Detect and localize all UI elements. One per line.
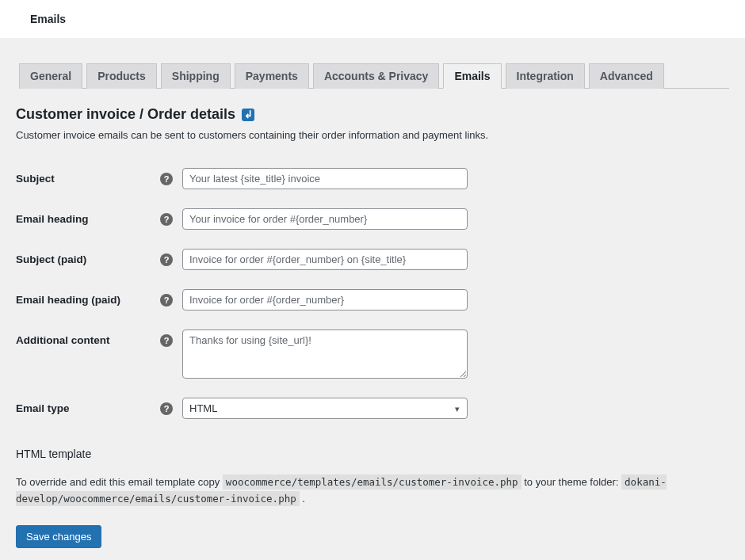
label-subject-paid-text: Subject (paid) bbox=[16, 253, 86, 265]
save-button[interactable]: Save changes bbox=[16, 525, 101, 548]
label-subject: Subject ? bbox=[16, 158, 182, 199]
main-wrap: General Products Shipping Payments Accou… bbox=[0, 38, 745, 560]
template-text-middle: to your theme folder: bbox=[524, 476, 621, 488]
settings-tabs: General Products Shipping Payments Accou… bbox=[19, 38, 729, 89]
subject-paid-input[interactable] bbox=[182, 249, 468, 270]
help-icon[interactable]: ? bbox=[160, 253, 173, 266]
page-description: Customer invoice emails can be sent to c… bbox=[16, 129, 729, 141]
label-email-heading: Email heading ? bbox=[16, 199, 182, 239]
page-title-text: Customer invoice / Order details bbox=[16, 106, 235, 123]
template-text-suffix: . bbox=[302, 493, 305, 505]
label-email-type: Email type ? bbox=[16, 388, 182, 429]
html-template-title: HTML template bbox=[16, 448, 729, 460]
help-icon[interactable]: ? bbox=[160, 334, 173, 347]
label-email-heading-text: Email heading bbox=[16, 213, 89, 225]
template-description: To override and edit this email template… bbox=[16, 474, 729, 508]
back-icon[interactable]: ↲ bbox=[242, 109, 254, 121]
help-icon[interactable]: ? bbox=[160, 402, 173, 415]
additional-content-textarea[interactable] bbox=[182, 330, 468, 379]
content: General Products Shipping Payments Accou… bbox=[0, 38, 745, 548]
email-type-select[interactable]: HTML bbox=[182, 398, 468, 419]
label-additional-content-text: Additional content bbox=[16, 334, 110, 346]
label-additional-content: Additional content ? bbox=[16, 320, 182, 388]
label-subject-text: Subject bbox=[16, 173, 55, 185]
tab-shipping[interactable]: Shipping bbox=[161, 63, 231, 89]
label-email-heading-paid-text: Email heading (paid) bbox=[16, 294, 120, 306]
tab-general[interactable]: General bbox=[19, 63, 82, 89]
form-table: Subject ? Email heading ? Subject (pai bbox=[16, 158, 729, 429]
help-icon[interactable]: ? bbox=[160, 213, 173, 226]
template-src-path: woocommerce/templates/emails/customer-in… bbox=[223, 474, 522, 490]
top-bar: Emails bbox=[0, 0, 745, 38]
help-icon[interactable]: ? bbox=[160, 173, 173, 185]
tab-payments[interactable]: Payments bbox=[235, 63, 309, 89]
tab-accounts-privacy[interactable]: Accounts & Privacy bbox=[313, 63, 440, 89]
label-email-type-text: Email type bbox=[16, 402, 70, 414]
email-type-select-wrap: HTML ▾ bbox=[182, 398, 468, 419]
email-heading-paid-input[interactable] bbox=[182, 289, 468, 310]
tab-emails[interactable]: Emails bbox=[443, 63, 501, 89]
page-title: Customer invoice / Order details ↲ bbox=[16, 106, 729, 123]
help-icon[interactable]: ? bbox=[160, 294, 173, 307]
tab-integration[interactable]: Integration bbox=[506, 63, 585, 89]
label-subject-paid: Subject (paid) ? bbox=[16, 239, 182, 280]
email-heading-input[interactable] bbox=[182, 208, 468, 230]
top-bar-title: Emails bbox=[30, 13, 66, 25]
template-text-prefix: To override and edit this email template… bbox=[16, 476, 223, 488]
tab-advanced[interactable]: Advanced bbox=[589, 63, 664, 89]
subject-input[interactable] bbox=[182, 168, 468, 189]
label-email-heading-paid: Email heading (paid) ? bbox=[16, 280, 182, 320]
tab-products[interactable]: Products bbox=[86, 63, 157, 89]
